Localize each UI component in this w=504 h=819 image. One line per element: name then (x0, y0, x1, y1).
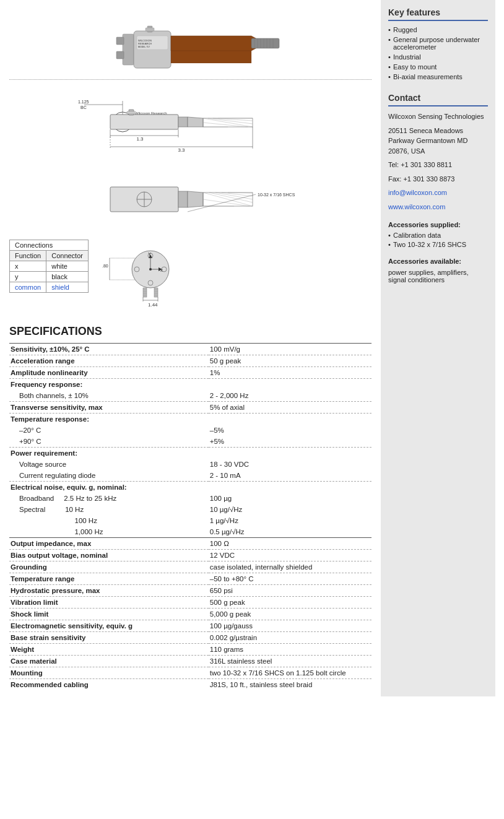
accessories-available-text: power supplies, amplifiers, signal condi… (388, 269, 488, 284)
spec-label-mounting: Mounting (9, 667, 209, 679)
svg-marker-9 (171, 36, 265, 51)
spec-row-temp-minus20: –20° C –5% (9, 425, 371, 436)
spec-row-shock: Shock limit 5,000 g peak (9, 609, 371, 620)
svg-line-61 (209, 193, 253, 202)
specs-title: SPECIFICATIONS (9, 325, 371, 338)
svg-rect-10 (251, 38, 279, 48)
contact-email[interactable]: info@wilcoxon.com (388, 189, 447, 196)
spec-label-freq: Frequency response: (9, 379, 209, 391)
spec-value-vibration: 500 g peak (209, 597, 371, 609)
spec-row-temp-resp: Temperature response: (9, 414, 371, 425)
spec-value-impedance: 100 Ω (209, 538, 371, 550)
svg-text:BC: BC (80, 105, 87, 110)
spec-row-freq: Frequency response: (9, 379, 371, 391)
svg-rect-1 (116, 37, 124, 45)
spec-row-spectral-10: Spectral 10 Hz 10 µg/√Hz (9, 504, 371, 515)
connections-section: Connections Function Connector x white (9, 240, 371, 316)
spec-value-voltage: 18 - 30 VDC (209, 459, 371, 470)
spec-label-temp-minus20: –20° C (9, 425, 209, 436)
spec-value-spectral-10: 10 µg/√Hz (209, 504, 371, 515)
spec-label-accel: Acceleration range (9, 355, 209, 367)
svg-rect-2 (116, 51, 124, 59)
feature-rugged: Rugged (388, 26, 488, 33)
accessories-available-title: Accessories available: (388, 258, 488, 265)
svg-rect-86 (154, 288, 158, 297)
col-header-connector: Connector (46, 251, 89, 261)
spec-value-broadband: 100 µg (209, 493, 371, 504)
spec-value-temp-resp (209, 414, 371, 425)
spec-row-hydrostatic: Hydrostatic pressure, max 650 psi (9, 585, 371, 597)
spec-label-spectral-100: 100 Hz (9, 515, 209, 526)
svg-rect-57 (178, 191, 188, 207)
conn-row-2-function: y (10, 272, 46, 282)
sidebar: Key features Rugged General purpose unde… (381, 0, 495, 696)
spec-value-shock: 5,000 g peak (209, 609, 371, 620)
spec-value-power (209, 448, 371, 459)
svg-rect-44 (127, 111, 136, 114)
spec-value-strain: 0.002 g/µstrain (209, 632, 371, 644)
spec-label-temp-plus90: +90° C (9, 436, 209, 448)
spec-value-hydrostatic: 650 psi (209, 585, 371, 597)
spec-row-vibration: Vibration limit 500 g peak (9, 597, 371, 609)
spec-label-power: Power requirement: (9, 448, 209, 459)
spec-label-transverse: Transverse sensitivity, max (9, 402, 209, 414)
spec-label-nonlinearity: Amplitude nonlinearity (9, 367, 209, 379)
diagram-top: 1.125 BC Wilcoxon Research (9, 91, 371, 178)
key-features: Key features Rugged General purpose unde… (388, 7, 488, 80)
spec-label-impedance: Output impedance, max (9, 538, 209, 550)
divider-after-photo (9, 79, 371, 80)
page-wrapper: WILCOXON RESEARCH MODEL 757 (0, 0, 504, 696)
conn-row-1-function: x (10, 261, 46, 272)
spec-row-broadband: Broadband 2.5 Hz to 25 kHz 100 µg (9, 493, 371, 504)
front-view-diagram: .80 Y x (101, 240, 212, 316)
spec-value-grounding: case isolated, internally shielded (209, 561, 371, 573)
spec-table: Sensitivity, ±10%, 25° C 100 mV/g Accele… (9, 343, 371, 690)
spec-value-cabling: J81S, 10 ft., stainless steel braid (209, 679, 371, 691)
spec-value-spectral-100: 1 µg/√Hz (209, 515, 371, 526)
contact-title: Contact (388, 93, 488, 106)
conn-row-3-connector: shield (46, 282, 89, 293)
spec-label-temp-range: Temperature range (9, 573, 209, 585)
key-features-list: Rugged General purpose underwater accele… (388, 26, 488, 80)
svg-line-65 (203, 199, 250, 206)
diagram-svg-1: 1.125 BC Wilcoxon Research (67, 91, 315, 178)
spec-value-em: 100 µg/gauss (209, 620, 371, 632)
spec-row-mounting: Mounting two 10-32 x 7/16 SHCS on 1.125 … (9, 667, 371, 679)
diagram-svg-2: 10-32 x 7/16 SHCS (67, 178, 315, 227)
svg-text:.80: .80 (102, 264, 108, 268)
spec-value-temp-range: –50 to +80° C (209, 573, 371, 585)
spec-label-cabling: Recommended cabling (9, 679, 209, 691)
spec-row-grounding: Grounding case isolated, internally shie… (9, 561, 371, 573)
spec-label-weight: Weight (9, 644, 209, 656)
spec-row-current: Current regulating diode 2 - 10 mA (9, 470, 371, 482)
svg-rect-34 (178, 117, 188, 127)
svg-text:1.44: 1.44 (148, 302, 158, 308)
spec-row-case: Case material 316L stainless steel (9, 656, 371, 667)
feature-industrial: Industrial (388, 53, 488, 61)
spec-value-accel: 50 g peak (209, 355, 371, 367)
diagram-bottom-view: 10-32 x 7/16 SHCS (9, 178, 371, 227)
spec-value-spectral-1000: 0.5 µg/√Hz (209, 526, 371, 538)
contact-website[interactable]: www.wilcoxon.com (388, 203, 445, 210)
spec-label-grounding: Grounding (9, 561, 209, 573)
spec-row-em: Electromagnetic sensitivity, equiv. g 10… (9, 620, 371, 632)
feature-easy-mount: Easy to mount (388, 63, 488, 71)
col-header-function: Function (10, 251, 46, 261)
acc-item-shcs: Two 10-32 x 7/16 SHCS (388, 241, 488, 248)
conn-row-2-connector: black (46, 272, 89, 282)
spec-label-freq-both: Both channels, ± 10% (9, 390, 209, 402)
svg-line-37 (203, 118, 253, 127)
contact-tel: Tel: +1 301 330 8811 (388, 160, 488, 170)
spec-label-voltage: Voltage source (9, 459, 209, 470)
spec-value-case: 316L stainless steel (209, 656, 371, 667)
acc-item-calibration: Calibration data (388, 232, 488, 239)
spec-label-elec-noise: Electrical noise, equiv. g, nominal: (9, 482, 209, 493)
spec-label-spectral-1000: 1,000 Hz (9, 526, 209, 538)
spec-row-temp-plus90: +90° C +5% (9, 436, 371, 448)
spec-label-current: Current regulating diode (9, 470, 209, 482)
spec-label-spectral-10: Spectral 10 Hz (9, 504, 209, 515)
spec-row-accel: Acceleration range 50 g peak (9, 355, 371, 367)
accessories-supplied-list: Calibration data Two 10-32 x 7/16 SHCS (388, 232, 488, 248)
svg-text:10-32 x 7/16 SHCS: 10-32 x 7/16 SHCS (258, 193, 295, 197)
spec-row-impedance: Output impedance, max 100 Ω (9, 538, 371, 550)
